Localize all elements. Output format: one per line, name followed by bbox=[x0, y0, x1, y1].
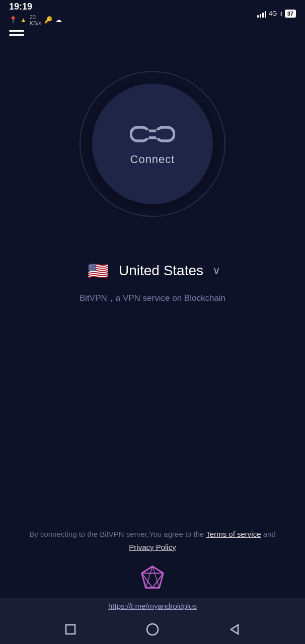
country-name: United States bbox=[119, 263, 203, 279]
terms-section: By connecting to the BitVPN server,You a… bbox=[0, 528, 305, 553]
svg-marker-11 bbox=[231, 625, 238, 634]
privacy-policy-link[interactable]: Privacy Policy bbox=[129, 543, 176, 551]
status-icons-right: 4G it 37 bbox=[257, 10, 296, 18]
alert-icon: ▲ bbox=[20, 16, 27, 24]
terms-text: By connecting to the BitVPN server,You a… bbox=[20, 528, 285, 553]
flag-icon: 🇺🇸 bbox=[85, 257, 112, 284]
terms-middle: and bbox=[261, 530, 276, 538]
diamond-section bbox=[0, 562, 305, 594]
hamburger-line-1 bbox=[9, 30, 24, 32]
signal-icon bbox=[257, 10, 266, 18]
connect-button-outer[interactable]: Connect bbox=[80, 71, 225, 217]
chain-icon bbox=[130, 122, 175, 147]
data-speed-icon: 23KB/s bbox=[30, 14, 41, 26]
status-time: 19:19 bbox=[9, 2, 62, 12]
android-nav-bar bbox=[0, 615, 305, 644]
svg-rect-1 bbox=[156, 127, 174, 141]
location-icon: 📍 bbox=[9, 16, 17, 24]
vpn-icon: 🔑 bbox=[44, 16, 52, 24]
url-text[interactable]: https://t.me/myandroidplus bbox=[108, 602, 197, 610]
network-detail: it bbox=[279, 11, 282, 17]
connect-label: Connect bbox=[130, 153, 175, 166]
url-bar[interactable]: https://t.me/myandroidplus bbox=[0, 598, 305, 615]
diamond-icon bbox=[138, 562, 167, 592]
tagline: BitVPN，a VPN service on Blockchain bbox=[80, 292, 225, 304]
status-bar: 19:19 📍 ▲ 23KB/s 🔑 ☁ 4G it 37 bbox=[0, 0, 305, 25]
svg-rect-9 bbox=[66, 625, 75, 634]
nav-back-button[interactable] bbox=[228, 623, 241, 636]
connect-button-inner[interactable]: Connect bbox=[92, 84, 213, 204]
nav-stop-button[interactable] bbox=[64, 623, 77, 636]
svg-point-10 bbox=[147, 624, 158, 635]
hamburger-line-2 bbox=[9, 34, 24, 36]
country-selector[interactable]: 🇺🇸 United States ∨ bbox=[85, 257, 220, 284]
chevron-down-icon[interactable]: ∨ bbox=[212, 264, 220, 277]
svg-rect-0 bbox=[131, 127, 149, 141]
hamburger-menu[interactable] bbox=[0, 25, 305, 41]
battery-indicator: 37 bbox=[285, 10, 296, 18]
terms-of-service-link[interactable]: Terms of service bbox=[206, 530, 261, 538]
cloud-icon: ☁ bbox=[55, 16, 62, 24]
main-content: Connect 🇺🇸 United States ∨ BitVPN，a VPN … bbox=[0, 41, 305, 304]
status-icons-left: 📍 ▲ 23KB/s 🔑 ☁ bbox=[9, 14, 62, 26]
nav-home-button[interactable] bbox=[145, 622, 160, 637]
terms-before: By connecting to the BitVPN server,You a… bbox=[29, 530, 206, 538]
network-type: 4G bbox=[269, 10, 277, 17]
